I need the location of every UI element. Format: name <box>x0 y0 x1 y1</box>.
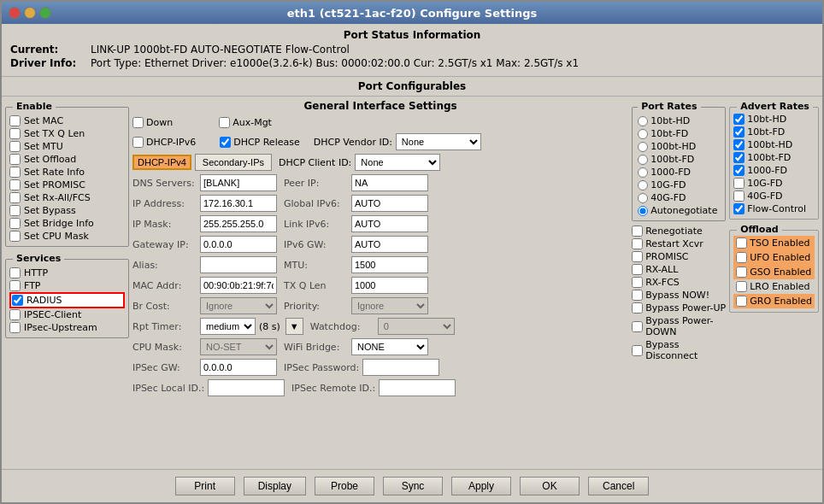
ip-address-input[interactable] <box>200 195 277 212</box>
radius-checkbox[interactable] <box>12 295 23 306</box>
dhcp-release-checkbox[interactable] <box>220 137 231 148</box>
dns-servers-input[interactable] <box>200 174 277 191</box>
set-bypass-checkbox[interactable] <box>9 205 21 216</box>
tx-q-len-input[interactable] <box>351 277 428 294</box>
close-icon[interactable] <box>9 7 21 19</box>
advert-100bt-fd-checkbox[interactable] <box>733 152 745 163</box>
dhcp-ipv6-item: DHCP-IPv6 <box>132 137 196 148</box>
rx-all-checkbox[interactable] <box>632 264 643 275</box>
watchdog-select[interactable]: 0 <box>378 318 455 335</box>
set-offload-checkbox[interactable] <box>9 154 21 165</box>
lro-checkbox[interactable] <box>736 281 747 292</box>
set-rate-info-checkbox[interactable] <box>9 167 21 178</box>
promisc-item: PROMISC <box>632 250 726 263</box>
display-button[interactable]: Display <box>244 477 306 495</box>
set-bridge-info-checkbox[interactable] <box>9 218 21 229</box>
bottom-bar: Print Display Probe Sync Apply OK Cancel <box>2 469 822 502</box>
gro-checkbox[interactable] <box>736 296 747 307</box>
secondary-ips-button[interactable]: Secondary-IPs <box>195 154 272 171</box>
restart-xcvr-checkbox[interactable] <box>632 238 643 249</box>
ipsec-client-checkbox[interactable] <box>9 309 21 320</box>
gateway-ip-input[interactable] <box>200 236 277 253</box>
dhcp-client-id-select[interactable]: None <box>355 154 440 171</box>
ufo-checkbox[interactable] <box>736 252 747 263</box>
set-promisc-label: Set PROMISC <box>24 179 85 190</box>
ipsec-local-id-input[interactable] <box>208 379 285 396</box>
list-item: Set TX Q Len <box>9 127 125 140</box>
tso-checkbox[interactable] <box>736 237 747 249</box>
list-item: FTP <box>9 279 125 292</box>
radius-item: RADIUS <box>9 292 125 308</box>
set-mtu-checkbox[interactable] <box>9 141 21 152</box>
br-cost-select[interactable]: Ignore <box>200 297 277 314</box>
http-checkbox[interactable] <box>9 267 21 278</box>
alias-input[interactable] <box>200 256 277 273</box>
advert-10g-fd-checkbox[interactable] <box>733 178 745 189</box>
advert-10bt-hd-checkbox[interactable] <box>733 114 745 125</box>
cpu-wifi-row: CPU Mask: NO-SET WiFi Bridge: NONE <box>132 338 628 357</box>
restart-xcvr-item: Restart Xcvr <box>632 237 726 250</box>
minimize-icon[interactable] <box>24 7 36 19</box>
ipsec-gw-input[interactable] <box>200 359 277 376</box>
bypass-now-checkbox[interactable] <box>632 290 643 301</box>
promisc-checkbox[interactable] <box>632 251 643 262</box>
set-promisc-checkbox[interactable] <box>9 179 21 190</box>
sync-button[interactable]: Sync <box>383 477 443 495</box>
rx-fcs-checkbox[interactable] <box>632 277 643 288</box>
gso-checkbox[interactable] <box>736 267 747 278</box>
rate-100bt-fd: 100bt-FD <box>638 153 720 166</box>
print-button[interactable]: Print <box>175 477 235 495</box>
rate-40g-fd-radio[interactable] <box>638 193 648 203</box>
peer-ip-input[interactable] <box>351 174 428 191</box>
ip-mask-input[interactable] <box>200 215 277 232</box>
bypass-power-up-checkbox[interactable] <box>632 302 643 314</box>
dhcp-ipv4-button[interactable]: DHCP-IPv4 <box>132 155 191 170</box>
rate-10g-fd-radio[interactable] <box>638 180 648 190</box>
advert-40g-fd-checkbox[interactable] <box>733 190 745 202</box>
advert-flow-control-checkbox[interactable] <box>733 203 745 214</box>
rpt-timer-dropdown-btn[interactable]: ▼ <box>285 318 303 335</box>
rate-autoneg-radio[interactable] <box>638 206 648 216</box>
set-mac-checkbox[interactable] <box>9 115 21 126</box>
rpt-timer-select[interactable]: medium <box>200 318 256 335</box>
rate-1000-fd-radio[interactable] <box>638 167 648 178</box>
global-ipv6-input[interactable] <box>351 195 428 212</box>
set-rx-all-checkbox[interactable] <box>9 192 21 203</box>
dhcp-ipv6-checkbox[interactable] <box>132 137 144 148</box>
down-checkbox[interactable] <box>132 117 144 128</box>
rate-10bt-hd-radio[interactable] <box>638 116 648 126</box>
advert-10g-fd-label: 10G-FD <box>747 178 782 189</box>
ipsec-remote-id-input[interactable] <box>379 379 456 396</box>
rx-fcs-item: RX-FCS <box>632 276 726 289</box>
lro-label: LRO Enabled <box>750 281 809 292</box>
dhcp-vendor-id-select[interactable]: None <box>396 133 481 150</box>
set-cpu-mask-checkbox[interactable] <box>9 231 21 242</box>
ipsec-password-input[interactable] <box>362 359 439 376</box>
mac-addr-input[interactable] <box>200 277 277 294</box>
probe-button[interactable]: Probe <box>315 477 374 495</box>
link-ipv6-input[interactable] <box>351 215 428 232</box>
rate-100bt-fd-radio[interactable] <box>638 155 648 165</box>
wifi-bridge-select[interactable]: NONE <box>351 338 428 355</box>
bypass-disconnect-checkbox[interactable] <box>632 345 643 356</box>
renegotiate-checkbox[interactable] <box>632 226 643 237</box>
ok-button[interactable]: OK <box>520 477 580 495</box>
priority-select[interactable]: Ignore <box>351 297 428 314</box>
advert-100bt-hd-checkbox[interactable] <box>733 139 745 150</box>
set-tx-q-len-checkbox[interactable] <box>9 128 21 139</box>
cancel-button[interactable]: Cancel <box>588 477 649 495</box>
cpu-mask-select[interactable]: NO-SET <box>200 338 277 355</box>
maximize-icon[interactable] <box>39 7 51 19</box>
bypass-disconnect-item: Bypass Disconnect <box>632 338 726 362</box>
aux-mgt-checkbox[interactable] <box>219 117 230 128</box>
ftp-checkbox[interactable] <box>9 280 21 291</box>
advert-1000-fd-checkbox[interactable] <box>733 165 745 176</box>
advert-10bt-fd-checkbox[interactable] <box>733 126 745 138</box>
ipsec-upstream-checkbox[interactable] <box>9 322 21 333</box>
bypass-power-down-checkbox[interactable] <box>632 321 643 332</box>
rate-100bt-hd-radio[interactable] <box>638 142 648 152</box>
rate-10bt-fd-radio[interactable] <box>638 129 648 139</box>
ipv6-gw-input[interactable] <box>351 236 428 253</box>
mtu-input[interactable] <box>351 256 428 273</box>
apply-button[interactable]: Apply <box>451 477 511 495</box>
